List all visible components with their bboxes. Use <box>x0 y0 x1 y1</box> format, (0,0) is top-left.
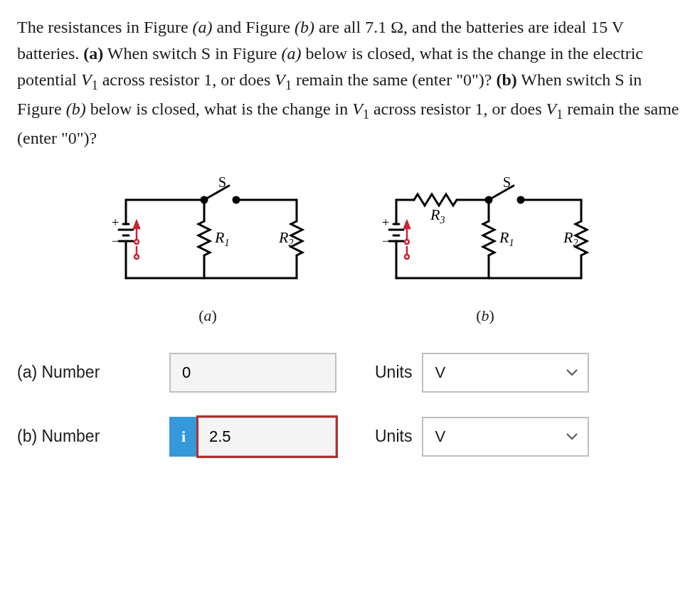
figure-b: + − R3 S R1 R2 (b) <box>375 171 595 328</box>
r1-label: R1 <box>214 228 229 248</box>
answers-block: (a) Number Units V (b) Number i Units V <box>17 353 683 457</box>
answer-a-number-input[interactable] <box>169 353 336 393</box>
figures-row: + − S R1 R2 (a) <box>17 171 683 328</box>
minus-label: − <box>112 234 119 248</box>
svg-point-2 <box>134 240 139 244</box>
question-text: The resistances in Figure (a) and Figure… <box>17 14 683 152</box>
svg-point-6 <box>405 240 409 244</box>
units-value-a: V <box>435 361 445 385</box>
switch-s-label: S <box>218 174 226 190</box>
answer-b-number-input[interactable] <box>198 417 336 457</box>
answer-row-b: (b) Number i Units V <box>17 417 683 457</box>
part-a-label: (a) Number <box>17 360 159 386</box>
part-b-label: (b) Number <box>17 424 159 450</box>
chevron-down-icon <box>566 433 578 440</box>
units-select-a[interactable]: V <box>422 353 589 393</box>
figure-a-label: (a) <box>105 304 311 328</box>
units-label-b: Units <box>375 424 412 450</box>
r2-label: R2 <box>278 228 293 248</box>
chevron-down-icon <box>566 369 578 376</box>
answer-row-a: (a) Number Units V <box>17 353 683 393</box>
answer-b-input-wrap: i <box>169 417 336 457</box>
r2-label-b: R2 <box>563 228 578 248</box>
minus-label: − <box>382 234 389 248</box>
figure-a: + − S R1 R2 (a) <box>105 171 311 328</box>
figure-b-label: (b) <box>375 304 595 328</box>
circuit-a-svg: + − S R1 R2 <box>105 171 311 299</box>
circuit-b-svg: + − R3 S R1 R2 <box>375 171 595 299</box>
plus-label: + <box>112 216 119 230</box>
units-select-b[interactable]: V <box>422 417 589 457</box>
r1-label-b: R1 <box>499 228 514 248</box>
r3-label: R3 <box>430 206 445 225</box>
switch-s-label-b: S <box>503 174 511 190</box>
units-label-a: Units <box>375 360 412 386</box>
plus-label: + <box>382 216 389 230</box>
units-value-b: V <box>435 425 445 449</box>
info-badge-icon[interactable]: i <box>169 417 198 457</box>
